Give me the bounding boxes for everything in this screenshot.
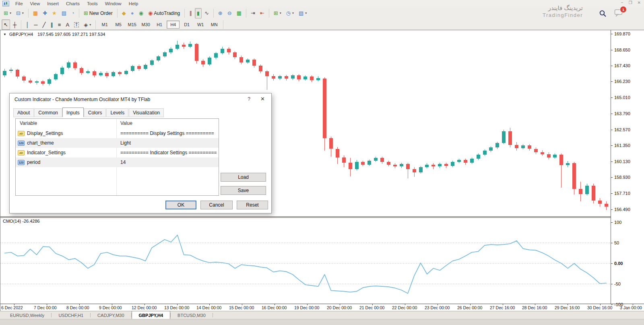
variable-value[interactable]: ========== Display Settings ========== <box>120 130 214 136</box>
price-axis[interactable]: 169.870168.650167.430166.230165.010163.7… <box>611 30 644 304</box>
reset-button[interactable]: Reset <box>237 201 268 209</box>
terminal-button[interactable]: ▤ <box>60 8 68 19</box>
indicators-button[interactable]: ⊞▾ <box>272 8 283 19</box>
table-row[interactable]: 123period14 <box>16 157 219 167</box>
dialog-tab-levels[interactable]: Levels <box>106 108 128 117</box>
crosshair-button[interactable]: ┼ <box>11 19 19 30</box>
chevron-down-icon[interactable]: ▼ <box>3 33 6 36</box>
chat-button[interactable]: 1 <box>614 9 623 19</box>
dialog-close-icon[interactable]: ✕ <box>260 96 265 102</box>
dialog-tab-colors[interactable]: Colors <box>84 108 106 117</box>
chart-shift-button[interactable]: ⇤ <box>258 8 266 19</box>
candle-body <box>150 60 154 65</box>
timeframe-m15[interactable]: M15 <box>126 21 138 29</box>
menu-file[interactable]: File <box>12 1 27 6</box>
table-row[interactable]: abDisplay_Settings========== Display Set… <box>16 128 219 138</box>
variable-value[interactable]: 14 <box>120 159 126 165</box>
table-row[interactable]: 123chart_themeLight <box>16 138 219 148</box>
vertical-line-button[interactable]: │ <box>24 19 31 30</box>
timeframe-m1[interactable]: M1 <box>98 21 111 29</box>
profiles-button[interactable]: ⊟▾ <box>14 8 26 19</box>
trend-line-button[interactable]: ╱ <box>40 19 47 30</box>
window-restore-button[interactable]: ❐ <box>629 0 632 5</box>
bar-chart-mode-icon: ∥ <box>189 10 192 16</box>
save-button[interactable]: Save <box>221 186 266 195</box>
timeframe-w1[interactable]: W1 <box>194 21 207 29</box>
timeframe-d1[interactable]: D1 <box>180 21 193 29</box>
periods-caret[interactable]: ▾ <box>292 11 294 15</box>
dialog-help-button[interactable]: ? <box>248 96 250 102</box>
arrows-button[interactable]: ◈▾ <box>82 19 93 30</box>
candle-body <box>297 75 301 79</box>
new-chart-button[interactable]: ⊞▾ <box>2 8 13 19</box>
table-row[interactable]: abIndicator_Settings========== Indicator… <box>16 148 219 157</box>
metaeditor-button[interactable]: ◆ <box>120 8 128 19</box>
timeframe-h1[interactable]: H1 <box>153 21 166 29</box>
candlestick-mode-button[interactable]: ▮ <box>195 8 202 19</box>
ok-button[interactable]: OK <box>165 201 196 209</box>
horizontal-line-button[interactable]: ─ <box>32 19 39 30</box>
dialog-tab-about[interactable]: About <box>13 108 34 117</box>
menu-help[interactable]: Help <box>125 1 142 6</box>
candle-body <box>310 77 314 80</box>
window-minimize-button[interactable]: − <box>621 0 623 5</box>
price-axis-tick <box>611 50 613 50</box>
cancel-button[interactable]: Cancel <box>200 201 233 209</box>
text-label-button[interactable]: T <box>72 19 81 30</box>
market-watch-button[interactable]: ▦ <box>31 8 40 19</box>
variable-value[interactable]: ========== Indicator Settings ========== <box>120 150 217 155</box>
chart-tab-usdchf-h1[interactable]: USDCHF,H1 <box>52 311 90 319</box>
tile-windows-button[interactable]: ▦ <box>235 8 244 19</box>
terminal-icon: ▤ <box>62 10 66 16</box>
dialog-tab-visualization[interactable]: Visualization <box>129 108 164 117</box>
templates-caret[interactable]: ▾ <box>305 11 307 15</box>
new-chart-caret[interactable]: ▾ <box>10 11 11 15</box>
candle-body <box>9 70 13 71</box>
text-button[interactable]: A <box>64 19 71 30</box>
arrows-caret[interactable]: ▾ <box>89 23 91 27</box>
zoom-out-button[interactable]: ⊖ <box>225 8 234 19</box>
experts-button[interactable]: ● <box>129 8 136 19</box>
timeframe-h4[interactable]: H4 <box>167 21 180 29</box>
data-window-button[interactable]: ✚ <box>41 8 49 19</box>
menu-tools[interactable]: Tools <box>83 1 101 6</box>
panel-splitter[interactable] <box>0 216 644 218</box>
candle-body <box>419 167 423 172</box>
strategy-tester-button[interactable]: ◔ <box>69 8 76 19</box>
equidistant-channel-button[interactable]: ∥ <box>48 19 55 30</box>
bar-chart-mode-button[interactable]: ∥ <box>187 8 194 19</box>
window-close-button[interactable]: ✕ <box>638 0 641 5</box>
indicators-caret[interactable]: ▾ <box>280 11 281 15</box>
templates-button[interactable]: ▧▾ <box>297 8 309 19</box>
line-chart-mode-button[interactable]: ∿ <box>202 8 211 19</box>
variable-value[interactable]: Light <box>120 140 131 146</box>
timeframe-mn[interactable]: MN <box>208 21 221 29</box>
menu-charts[interactable]: Charts <box>62 1 83 6</box>
dialog-tab-inputs[interactable]: Inputs <box>62 108 84 117</box>
dialog-tab-common[interactable]: Common <box>34 108 62 117</box>
search-icon[interactable] <box>599 10 607 18</box>
navigator-button[interactable]: ★ <box>50 8 59 19</box>
zoom-in-button[interactable]: ⊕ <box>216 8 225 19</box>
fibonacci-button[interactable]: ≡ <box>56 19 63 30</box>
menu-view[interactable]: View <box>27 1 44 6</box>
autotrading-button[interactable]: ◉AutoTrading <box>146 8 182 19</box>
periods-button[interactable]: ◷▾ <box>284 8 296 19</box>
community-button[interactable]: ◉ <box>137 8 145 19</box>
load-button[interactable]: Load <box>221 173 266 182</box>
new-order-button[interactable]: ⊞New Order <box>82 8 115 19</box>
chart-tab-eurusd-weekly[interactable]: EURUSD,Weekly <box>3 311 51 319</box>
profiles-caret[interactable]: ▾ <box>22 11 24 15</box>
menu-window[interactable]: Window <box>101 1 125 6</box>
auto-scroll-button[interactable]: ⇥ <box>249 8 257 19</box>
chart-tab-gbpjpy-h4[interactable]: GBPJPY,H4 <box>132 311 171 319</box>
cmo-axis-label: -100 <box>614 302 623 307</box>
timeframe-m5[interactable]: M5 <box>112 21 125 29</box>
timeframe-m30[interactable]: M30 <box>139 21 152 29</box>
chart-tab-btcusd-m30[interactable]: BTCUSD,M30 <box>171 311 213 319</box>
menu-insert[interactable]: Insert <box>43 1 62 6</box>
chart-tab-cadjpy-m30[interactable]: CADJPY,M30 <box>91 311 131 319</box>
cursor-button[interactable]: ↖ <box>2 19 10 30</box>
candle-body <box>303 77 307 79</box>
time-axis[interactable]: 6 Dec 20227 Dec 00:008 Dec 00:009 Dec 00… <box>0 304 644 311</box>
